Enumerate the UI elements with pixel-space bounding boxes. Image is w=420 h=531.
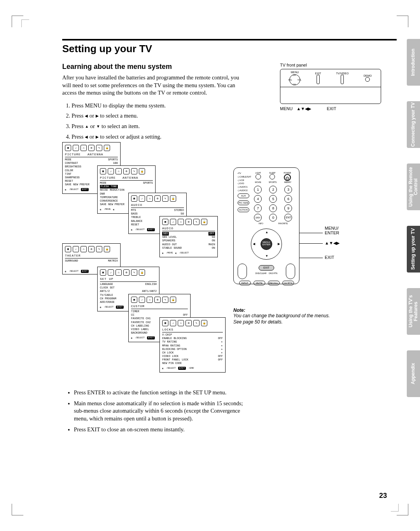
- up-arrow-icon: ▲: [85, 123, 89, 130]
- callout-exit: EXIT: [325, 255, 334, 260]
- side-tabs: Introduction Connecting your TV Using th…: [407, 39, 420, 397]
- tv-panel-label: TV front panel: [280, 63, 397, 67]
- tab-connecting: Connecting your TV: [407, 101, 420, 148]
- num-100: 100/-: [254, 214, 262, 222]
- note-text: You can change the background of the men…: [233, 313, 334, 325]
- num-5: 5: [269, 195, 277, 203]
- ch-rocker: [238, 264, 247, 279]
- exit-label: EXIT: [327, 106, 336, 111]
- step-1: Press MENU to display the menu system.: [72, 101, 250, 111]
- picsize-button: PIC SIZE: [238, 200, 249, 205]
- page-number: 23: [379, 492, 387, 500]
- action-button: ACTION: [238, 207, 249, 212]
- tab-appendix: Appendix: [407, 350, 420, 397]
- exit-button: EXIT: [259, 265, 274, 271]
- callout-menu-enter: MENU/ ENTER: [325, 226, 339, 235]
- num-7: 7: [254, 204, 262, 212]
- step-2: Press ◀ or ▶ to select a menu.: [72, 111, 250, 121]
- manual-page: Setting up your TV Learning about the me…: [0, 0, 420, 531]
- tv-front-panel: MENUCHVOLVOLCH EXIT TV/VIDEO DEMO: [280, 69, 381, 104]
- down-arrow-icon: ▼: [96, 123, 100, 130]
- num-3: 3: [284, 186, 292, 193]
- menu-label: MENU: [280, 106, 292, 111]
- dpad: ▲ ▼ ◀ ▶ MENU/ENTER: [251, 229, 282, 260]
- bullet-list: Press ENTER to activate the function set…: [62, 389, 249, 433]
- step-3: Press ▲ or ▼ to select an item.: [72, 121, 250, 131]
- osd-audio2: ▦♪⌂⚙✎🔒 AUDIO SBSOFF SBS LEVEL50 SPEAKERS…: [159, 216, 218, 257]
- chrtn-button: CH RTN: [282, 281, 294, 285]
- num-2: 2: [269, 186, 277, 193]
- num-4: 4: [254, 195, 262, 203]
- tab-setting-up: Setting up your TV: [407, 226, 420, 273]
- right-arrow-icon: ▶: [96, 113, 99, 119]
- recall-button: RECALL: [268, 281, 280, 285]
- power-button: ⏻: [284, 174, 291, 181]
- note-title: Note:: [233, 308, 334, 313]
- arrows-label: ▲▼◀▶: [296, 106, 311, 111]
- osd-locks: ▦♪⌂⚙✎🔒 LOCKS V-CHIP ENABLE BLOCKINGOFF T…: [159, 317, 226, 373]
- exit-button: [317, 75, 320, 84]
- ent-button: ENT: [284, 214, 292, 222]
- demo-button: [365, 77, 370, 82]
- step-4: Press ◀ or ▶ to select or adjust a setti…: [72, 132, 250, 142]
- num-1: 1: [254, 186, 262, 193]
- steps-list: Press MENU to display the menu system. P…: [72, 101, 250, 142]
- section-heading: Learning about the menu system: [62, 63, 257, 71]
- remote-control: •TV◇CABLE/SAT◇VCR◇DVD◇AUDIO1◇AUDIO2 AUX …: [233, 167, 299, 284]
- right-arrow-icon: ▶: [96, 134, 99, 140]
- callout-arrows: ▲▼◀▶: [325, 241, 340, 246]
- num-9: 9: [284, 204, 292, 212]
- sleep-button: [270, 174, 275, 179]
- page-title: Setting up your TV: [62, 39, 397, 55]
- remote-area: •TV◇CABLE/SAT◇VCR◇DVD◇AUDIO1◇AUDIO2 AUX …: [233, 167, 334, 325]
- osd-cascade: ▦♪⌂⚙✎🔒 PICTURE ANTENNA MODESPORTS CONTRA…: [62, 142, 397, 383]
- input-button: INPUT: [239, 281, 251, 285]
- aux-button: AUX: [238, 193, 249, 198]
- num-8: 8: [269, 204, 277, 212]
- bullet-1: Press ENTER to activate the function set…: [74, 389, 249, 397]
- bullet-2: Main menus close automatically if no sel…: [74, 400, 249, 423]
- num-6: 6: [284, 195, 292, 203]
- intro-text: After you have installed the batteries a…: [62, 74, 249, 97]
- bullet-3: Press EXIT to close an on-screen menu in…: [74, 426, 249, 434]
- menu-enter-button: MENU/ENTER: [261, 238, 272, 250]
- num-0: 0: [269, 214, 277, 222]
- light-button: [256, 174, 261, 179]
- tab-introduction: Introduction: [407, 39, 420, 86]
- tab-remote: Using the Remote Control: [407, 164, 420, 210]
- mute-button: MUTE: [254, 281, 265, 285]
- tab-features: Using the TV's Features: [407, 288, 420, 335]
- tvvideo-button: [341, 75, 344, 84]
- vol-rocker: [286, 264, 295, 279]
